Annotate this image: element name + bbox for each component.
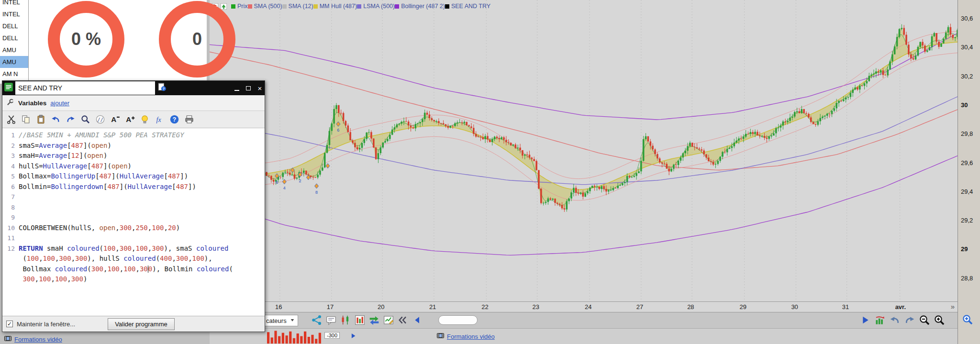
legend-label: MM Hull (487) bbox=[320, 3, 357, 10]
maximize-icon bbox=[246, 86, 251, 90]
collapse-icon[interactable] bbox=[397, 314, 409, 326]
program-name-field[interactable]: SEE AND TRY bbox=[15, 81, 155, 95]
code-line[interactable]: 1//BASE 5MIN + AMUNDI S&P 500 PEA STRATE… bbox=[2, 130, 265, 141]
formations-video-label[interactable]: Formations vidéo bbox=[447, 333, 495, 340]
edit-icon[interactable] bbox=[383, 314, 394, 326]
price-label: 30,4 bbox=[961, 44, 973, 51]
undo-icon[interactable] bbox=[51, 114, 61, 124]
redo-nav-icon[interactable] bbox=[904, 314, 915, 326]
price-axis[interactable]: 30,630,430,23029,829,629,429,22928,8 bbox=[958, 0, 980, 344]
code-line[interactable]: 7 bbox=[2, 192, 265, 202]
code-line[interactable]: 4hullS=HullAverage[487](open) bbox=[2, 161, 265, 172]
mini-chart-icon[interactable] bbox=[874, 314, 886, 326]
time-axis[interactable]: » 161720212223242728293031avr. bbox=[210, 301, 958, 312]
annotation-icon[interactable] bbox=[325, 314, 337, 326]
overlay-line bbox=[210, 52, 958, 170]
page-help-icon[interactable]: ? bbox=[157, 82, 167, 92]
gauge-percent-value: 0 % bbox=[60, 13, 112, 66]
share-icon[interactable] bbox=[311, 314, 323, 326]
validate-program-button[interactable]: Valider programme bbox=[108, 318, 175, 330]
redo-icon[interactable] bbox=[66, 114, 76, 124]
legend-item[interactable]: Prix bbox=[231, 3, 248, 10]
code-line[interactable]: 10COLORBETWEEN(hullS, open,300,250,100,2… bbox=[2, 223, 265, 233]
legend-items: PrixSMA (500)SMA (12)MM Hull (487)LSMA (… bbox=[231, 3, 490, 10]
swap-icon[interactable] bbox=[368, 314, 380, 326]
print-icon[interactable] bbox=[184, 114, 194, 124]
code-line[interactable]: 5Bollmax=BollingerUp[487](HullAverage[48… bbox=[2, 171, 265, 182]
legend-item[interactable]: SEE AND TRY bbox=[445, 3, 490, 10]
zoom-in-icon[interactable] bbox=[934, 314, 945, 326]
step-back-icon[interactable] bbox=[412, 314, 423, 326]
code-area[interactable]: 1//BASE 5MIN + AMUNDI S&P 500 PEA STRATE… bbox=[2, 128, 265, 316]
cut-icon[interactable] bbox=[6, 114, 16, 124]
undo-nav-icon[interactable] bbox=[889, 314, 901, 326]
search-icon[interactable] bbox=[80, 114, 90, 124]
gauge-donut-percent: 0 % bbox=[48, 1, 124, 78]
watchlist-row[interactable]: INTEL bbox=[0, 0, 28, 8]
code-line[interactable]: 9 bbox=[2, 212, 265, 223]
maximize-button[interactable] bbox=[244, 81, 253, 95]
code-line[interactable]: 11 bbox=[2, 233, 265, 244]
time-label: 29 bbox=[740, 303, 746, 311]
code-line[interactable]: (100,100,300,300), hullS coloured(400,30… bbox=[2, 254, 265, 264]
time-label: 27 bbox=[636, 303, 643, 311]
watchlist-row[interactable]: DELL bbox=[0, 20, 28, 32]
formations-video-link[interactable]: Formations vidéo bbox=[4, 334, 62, 344]
copy-icon[interactable] bbox=[21, 114, 31, 124]
line-number: 9 bbox=[2, 212, 19, 223]
paste-icon[interactable] bbox=[36, 114, 46, 124]
code-line[interactable]: 300,100,100,300) bbox=[2, 274, 265, 285]
help-icon[interactable]: ? bbox=[169, 114, 179, 124]
time-axis-more[interactable]: » bbox=[951, 302, 955, 311]
indicators-dropdown[interactable]: cateurs bbox=[263, 315, 298, 326]
columns-icon[interactable] bbox=[354, 314, 366, 326]
code-line[interactable]: 3smaH=Average[12](open) bbox=[2, 151, 265, 161]
code-line[interactable]: 6Bollmin=Bollingerdown[487](HullAverage[… bbox=[2, 182, 265, 192]
axis-zoom-slot bbox=[962, 314, 973, 327]
scrollbar-thumb[interactable] bbox=[438, 315, 478, 325]
code-text: Bollmin=Bollingerdown[487](HullAverage[4… bbox=[19, 182, 196, 192]
zoom-plus-icon[interactable] bbox=[962, 314, 973, 325]
code-line[interactable]: 8 bbox=[2, 202, 265, 213]
candles-icon[interactable] bbox=[340, 314, 351, 326]
function-icon[interactable]: fx bbox=[155, 114, 165, 124]
watchlist-row[interactable]: AMU bbox=[0, 44, 28, 56]
play-icon[interactable] bbox=[349, 332, 357, 340]
price-chart[interactable]: 64286 bbox=[210, 0, 958, 301]
watchlist-row[interactable]: INTEL bbox=[0, 8, 28, 20]
price-label: 29 bbox=[961, 245, 968, 253]
legend-item[interactable]: LSMA (500) bbox=[357, 3, 395, 10]
font-increase-icon[interactable]: A bbox=[125, 114, 135, 124]
font-decrease-icon[interactable]: A bbox=[110, 114, 120, 124]
minimize-icon bbox=[234, 90, 239, 91]
code-line[interactable]: 2smaS=Average[487](open) bbox=[2, 141, 265, 151]
keep-window-checkbox[interactable]: ✓ bbox=[6, 321, 13, 327]
minimize-button[interactable] bbox=[232, 81, 242, 95]
close-button[interactable]: × bbox=[255, 81, 265, 95]
marker-green-icon[interactable] bbox=[220, 3, 227, 10]
mini-histogram bbox=[267, 329, 322, 344]
legend-item[interactable]: SMA (500) bbox=[248, 3, 282, 10]
watchlist-row[interactable]: AMU bbox=[0, 56, 28, 68]
chart-tools-right bbox=[859, 314, 945, 326]
legend-item[interactable]: SMA (12) bbox=[282, 3, 313, 10]
legend-item[interactable]: Bollinger (487 2) bbox=[395, 3, 445, 10]
play-icon[interactable] bbox=[859, 314, 871, 326]
hint-icon[interactable] bbox=[140, 114, 150, 124]
price-label: 28,8 bbox=[961, 275, 973, 282]
watchlist-row[interactable]: DELL bbox=[0, 32, 28, 44]
code-line[interactable]: Bollmax coloured(300,100,100,300), Bollm… bbox=[2, 264, 265, 275]
zoom-out-icon[interactable] bbox=[919, 314, 930, 326]
code-text: COLORBETWEEN(hullS, open,300,250,100,20) bbox=[19, 223, 180, 233]
formations-video-label[interactable]: Formations vidéo bbox=[14, 336, 62, 343]
watchlist-row[interactable]: AM N bbox=[0, 68, 28, 80]
indicators-dropdown-label: cateurs bbox=[266, 317, 287, 324]
code-line[interactable]: 12RETURN smaH coloured(100,300,100,300),… bbox=[2, 244, 265, 254]
app-icon bbox=[4, 82, 13, 92]
comment-icon[interactable]: // bbox=[95, 114, 105, 124]
editor-titlebar[interactable]: SEE AND TRY ? × bbox=[2, 81, 265, 95]
add-variable-link[interactable]: ajouter bbox=[50, 100, 69, 107]
formations-video-link[interactable]: Formations vidéo bbox=[436, 332, 495, 341]
legend-label: Prix bbox=[237, 3, 248, 10]
legend-item[interactable]: MM Hull (487) bbox=[313, 3, 357, 10]
